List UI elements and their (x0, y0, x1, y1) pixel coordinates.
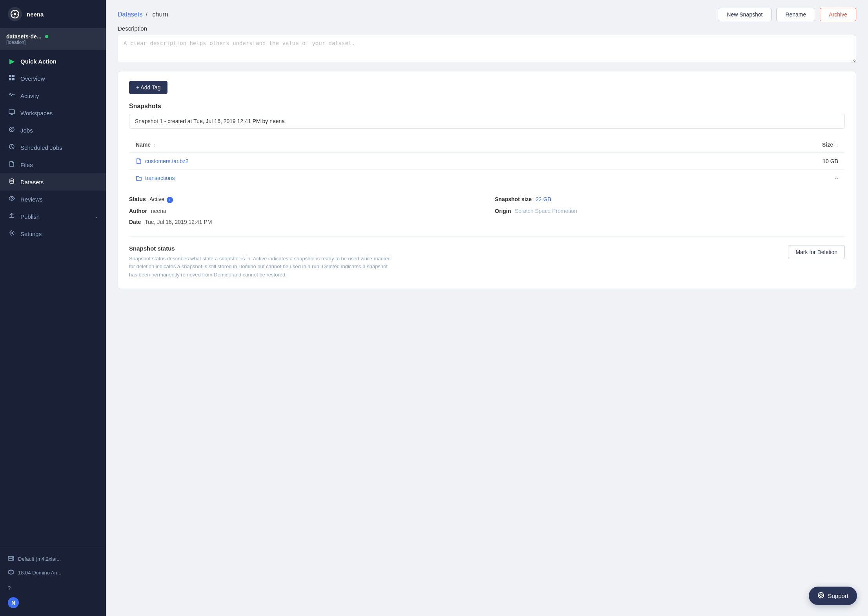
date-meta: Date Tue, Jul 16, 2019 12:41 PM (129, 219, 479, 225)
svg-point-2 (14, 13, 16, 15)
snapshot-status-section: Snapshot status Snapshot status describe… (129, 236, 845, 279)
project-tag: [Ideation] (6, 40, 100, 45)
archive-button[interactable]: Archive (820, 8, 856, 21)
sidebar-item-scheduled-jobs[interactable]: Scheduled Jobs (0, 139, 106, 156)
play-icon: ▶ (8, 58, 16, 65)
sidebar-item-publish[interactable]: Publish ⌄ (0, 208, 106, 225)
svg-point-30 (820, 594, 822, 596)
top-bar: Datasets / churn New Snapshot Rename Arc… (106, 0, 868, 25)
sidebar-item-label: Settings (20, 231, 42, 237)
meta-grid: Status Active i Snapshot size 22 GB Auth… (129, 196, 845, 225)
folder-name-cell: transactions (129, 170, 626, 187)
sidebar-item-label: Workspaces (20, 110, 53, 116)
sidebar-item-quick-action[interactable]: ▶ Quick Action (0, 53, 106, 70)
monitor-icon (8, 109, 16, 117)
add-tag-button[interactable]: + Add Tag (129, 81, 167, 94)
file-size-cell: 10 GB (626, 153, 845, 170)
svg-rect-8 (12, 75, 15, 77)
sort-icon: ↕ (836, 143, 838, 147)
upload-icon (8, 213, 16, 220)
server-icon (8, 555, 14, 563)
sidebar-item-overview[interactable]: Overview (0, 70, 106, 87)
settings-icon (8, 230, 16, 238)
sidebar-item-activity[interactable]: Activity (0, 87, 106, 104)
svg-point-15 (9, 127, 14, 132)
files-table: Name ↕ Size ↕ (129, 136, 845, 187)
version-item[interactable]: 18.04 Domino An... (6, 566, 100, 580)
file-link[interactable]: customers.tar.bz2 (136, 158, 620, 164)
question-icon: ? (8, 585, 11, 591)
snapshots-section: Snapshots Snapshot 1 - created at Tue, J… (129, 103, 845, 279)
file-icon (136, 158, 142, 164)
sidebar-item-label: Activity (20, 93, 39, 99)
grid-icon (8, 75, 16, 82)
sidebar-item-label: Overview (20, 75, 45, 82)
sidebar-item-workspaces[interactable]: Workspaces (0, 104, 106, 122)
name-column-header: Name ↕ (129, 137, 626, 153)
sidebar-item-jobs[interactable]: Jobs (0, 122, 106, 139)
svg-rect-7 (9, 75, 11, 77)
svg-point-14 (11, 128, 13, 131)
sidebar-item-label: Files (20, 162, 33, 168)
sidebar-item-label: Publish (20, 213, 40, 220)
database-icon (8, 178, 16, 186)
user-avatar: N (8, 597, 19, 608)
breadcrumb-datasets-link[interactable]: Datasets (118, 11, 142, 18)
description-section: Description (118, 25, 856, 64)
svg-line-18 (12, 147, 13, 148)
sidebar-item-label: Reviews (20, 196, 43, 203)
sort-icon: ↕ (154, 143, 156, 147)
jobs-icon (8, 126, 16, 134)
support-button[interactable]: Support (809, 587, 857, 605)
snapshot-size-meta: Snapshot size 22 GB (495, 196, 845, 203)
sidebar-item-datasets[interactable]: Datasets (0, 173, 106, 191)
sidebar-item-reviews[interactable]: Reviews (0, 191, 106, 208)
sidebar-project[interactable]: datasets-de... [Ideation] (0, 29, 106, 50)
snapshot-selector[interactable]: Snapshot 1 - created at Tue, Jul 16, 201… (129, 114, 845, 129)
description-textarea[interactable] (118, 35, 856, 62)
sidebar-item-settings[interactable]: Settings (0, 225, 106, 242)
user-profile-item[interactable]: N (6, 594, 100, 611)
sidebar-item-label: Jobs (20, 127, 33, 134)
snapshots-label: Snapshots (129, 103, 845, 110)
activity-icon (8, 92, 16, 100)
rename-button[interactable]: Rename (776, 8, 815, 21)
main-card: + Add Tag Snapshots Snapshot 1 - created… (118, 71, 856, 289)
status-meta: Status Active i (129, 196, 479, 203)
sidebar-item-label: Datasets (20, 179, 44, 185)
svg-point-25 (13, 557, 13, 558)
eye-icon (8, 195, 16, 203)
hardware-item[interactable]: Default (m4.2xlar... (6, 552, 100, 566)
table-header-row: Name ↕ Size ↕ (129, 137, 845, 153)
new-snapshot-button[interactable]: New Snapshot (718, 8, 772, 21)
help-item[interactable]: ? (6, 582, 100, 594)
mark-for-deletion-button[interactable]: Mark for Deletion (788, 245, 845, 259)
folder-link[interactable]: transactions (136, 175, 620, 181)
sidebar: neena datasets-de... [Ideation] ▶ Quick … (0, 0, 106, 616)
sidebar-header: neena (0, 0, 106, 29)
sidebar-item-label: Scheduled Jobs (20, 144, 62, 151)
svg-rect-10 (12, 78, 15, 80)
top-actions: New Snapshot Rename Archive (718, 8, 856, 21)
description-label: Description (118, 25, 856, 32)
origin-meta: Origin Scratch Space Promotion (495, 208, 845, 214)
svg-rect-11 (9, 110, 15, 114)
size-column-header: Size ↕ (626, 137, 845, 153)
sidebar-item-files[interactable]: Files (0, 156, 106, 173)
svg-point-20 (11, 198, 13, 199)
snapshot-status-title: Snapshot status (129, 245, 396, 252)
version-label: 18.04 Domino An... (18, 570, 62, 576)
status-info-icon[interactable]: i (167, 197, 173, 203)
sidebar-bottom: Default (m4.2xlar... 18.04 Domino An... … (0, 547, 106, 616)
sidebar-nav: ▶ Quick Action Overview Activity Workspa… (0, 50, 106, 547)
folder-icon (136, 175, 142, 181)
svg-point-22 (11, 232, 13, 234)
breadcrumb-separator: / (146, 11, 147, 18)
sidebar-item-label: Quick Action (20, 58, 56, 65)
sidebar-username: neena (27, 11, 44, 18)
table-row: transactions -- (129, 170, 845, 187)
file-icon (8, 161, 16, 169)
file-name-cell: customers.tar.bz2 (129, 153, 626, 170)
breadcrumb-current: churn (153, 11, 168, 18)
online-indicator (45, 35, 48, 38)
